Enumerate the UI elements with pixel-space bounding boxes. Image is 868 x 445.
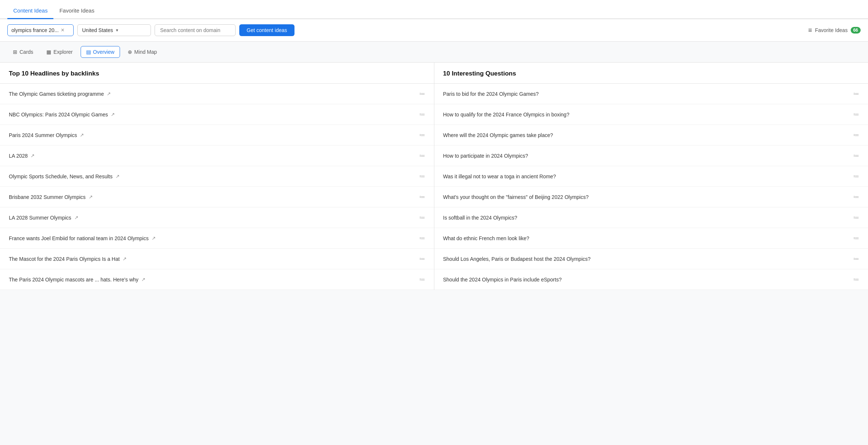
tab-cards[interactable]: ⊞ Cards (7, 46, 39, 58)
add-to-favorites-icon[interactable]: ≔ (419, 90, 425, 97)
add-to-favorites-icon[interactable]: ≔ (853, 90, 859, 97)
headline-text: France wants Joel Embiid for national te… (9, 235, 156, 241)
main-content: Top 10 Headlines by backlinks The Olympi… (0, 63, 868, 290)
add-to-favorites-icon[interactable]: ≔ (419, 152, 425, 159)
list-item[interactable]: LA 2028 ↗ ≔ (0, 146, 434, 166)
external-link-icon: ↗ (107, 91, 111, 97)
list-item[interactable]: Should Los Angeles, Paris or Budapest ho… (434, 249, 868, 269)
list-item[interactable]: Paris 2024 Summer Olympics ↗ ≔ (0, 125, 434, 146)
country-label: United States (82, 27, 113, 33)
question-text: Should Los Angeles, Paris or Budapest ho… (443, 256, 591, 262)
add-to-favorites-icon[interactable]: ≔ (419, 111, 425, 118)
list-item[interactable]: Was it illegal not to wear a toga in anc… (434, 166, 868, 187)
get-ideas-button[interactable]: Get content ideas (239, 24, 294, 36)
question-text: Where will the 2024 Olympic games take p… (443, 132, 553, 138)
add-to-favorites-icon[interactable]: ≔ (853, 193, 859, 200)
list-icon: ≡ (808, 27, 812, 34)
add-to-favorites-icon[interactable]: ≔ (419, 276, 425, 283)
add-to-favorites-icon[interactable]: ≔ (853, 111, 859, 118)
close-keyword-icon[interactable]: × (61, 27, 64, 33)
country-dropdown[interactable]: United States ▾ (77, 24, 151, 36)
external-link-icon: ↗ (89, 194, 93, 200)
list-item[interactable]: What's your thought on the "fairness" of… (434, 187, 868, 207)
tab-favorite-ideas[interactable]: Favorite Ideas (53, 2, 100, 19)
right-panel: 10 Interesting Questions Paris to bid fo… (434, 63, 868, 290)
keyword-text: olympics france 20... (11, 27, 59, 33)
overview-icon: ▤ (86, 49, 91, 55)
add-to-favorites-icon[interactable]: ≔ (853, 276, 859, 283)
tab-explorer[interactable]: ▦ Explorer (41, 46, 78, 58)
add-to-favorites-icon[interactable]: ≔ (419, 255, 425, 262)
list-item[interactable]: Is softball in the 2024 Olympics? ≔ (434, 207, 868, 228)
left-panel-list: The Olympic Games ticketing programme ↗ … (0, 84, 434, 290)
add-to-favorites-icon[interactable]: ≔ (419, 214, 425, 221)
right-panel-title: 10 Interesting Questions (443, 70, 860, 77)
favorite-count-badge: 66 (851, 27, 861, 34)
tab-mindmap[interactable]: ⊕ Mind Map (122, 46, 162, 58)
tab-mindmap-label: Mind Map (134, 49, 157, 55)
add-to-favorites-icon[interactable]: ≔ (419, 235, 425, 242)
headline-text: Paris 2024 Summer Olympics ↗ (9, 132, 84, 138)
list-item[interactable]: How to qualify for the 2024 France Olymp… (434, 104, 868, 125)
list-item[interactable]: What do ethnic French men look like? ≔ (434, 228, 868, 249)
question-text: What do ethnic French men look like? (443, 235, 529, 241)
list-item[interactable]: The Mascot for the 2024 Paris Olympics I… (0, 249, 434, 269)
list-item[interactable]: Olympic Sports Schedule, News, and Resul… (0, 166, 434, 187)
headline-text: LA 2028 ↗ (9, 153, 35, 159)
toolbar: olympics france 20... × United States ▾ … (0, 19, 868, 42)
add-to-favorites-icon[interactable]: ≔ (419, 173, 425, 180)
explorer-icon: ▦ (46, 49, 51, 55)
question-text: How to qualify for the 2024 France Olymp… (443, 112, 569, 118)
top-navigation: Content Ideas Favorite Ideas (0, 0, 868, 19)
add-to-favorites-icon[interactable]: ≔ (853, 132, 859, 139)
tab-overview[interactable]: ▤ Overview (81, 46, 120, 58)
favorite-ideas-link[interactable]: ≡ Favorite Ideas 66 (808, 27, 861, 34)
cards-icon: ⊞ (13, 49, 17, 55)
headline-text: NBC Olympics: Paris 2024 Olympic Games ↗ (9, 112, 115, 118)
question-text: What's your thought on the "fairness" of… (443, 194, 589, 200)
list-item[interactable]: NBC Olympics: Paris 2024 Olympic Games ↗… (0, 104, 434, 125)
list-item[interactable]: Brisbane 2032 Summer Olympics ↗ ≔ (0, 187, 434, 207)
external-link-icon: ↗ (123, 256, 127, 262)
tab-cards-label: Cards (20, 49, 33, 55)
list-item[interactable]: LA 2028 Summer Olympics ↗ ≔ (0, 207, 434, 228)
headline-text: The Paris 2024 Olympic mascots are ... h… (9, 277, 145, 283)
keyword-chip[interactable]: olympics france 20... × (7, 24, 74, 36)
headline-text: LA 2028 Summer Olympics ↗ (9, 215, 78, 221)
add-to-favorites-icon[interactable]: ≔ (853, 255, 859, 262)
tab-overview-label: Overview (93, 49, 114, 55)
favorite-ideas-label: Favorite Ideas (815, 27, 848, 33)
external-link-icon: ↗ (74, 215, 78, 220)
list-item[interactable]: Should the 2024 Olympics in Paris includ… (434, 269, 868, 290)
list-item[interactable]: How to participate in 2024 Olympics? ≔ (434, 146, 868, 166)
question-text: How to participate in 2024 Olympics? (443, 153, 528, 159)
list-item[interactable]: France wants Joel Embiid for national te… (0, 228, 434, 249)
question-text: Was it illegal not to wear a toga in anc… (443, 174, 556, 179)
mindmap-icon: ⊕ (128, 49, 132, 55)
list-item[interactable]: Paris to bid for the 2024 Olympic Games?… (434, 84, 868, 104)
list-item[interactable]: The Paris 2024 Olympic mascots are ... h… (0, 269, 434, 290)
view-tabs-bar: ⊞ Cards ▦ Explorer ▤ Overview ⊕ Mind Map (0, 42, 868, 63)
add-to-favorites-icon[interactable]: ≔ (853, 214, 859, 221)
add-to-favorites-icon[interactable]: ≔ (853, 152, 859, 159)
list-item[interactable]: Where will the 2024 Olympic games take p… (434, 125, 868, 146)
right-panel-header: 10 Interesting Questions (434, 63, 868, 84)
chevron-down-icon: ▾ (116, 28, 118, 33)
add-to-favorites-icon[interactable]: ≔ (853, 173, 859, 180)
tab-explorer-label: Explorer (53, 49, 73, 55)
external-link-icon: ↗ (152, 235, 156, 241)
domain-search-input[interactable] (155, 24, 236, 36)
question-text: Should the 2024 Olympics in Paris includ… (443, 277, 562, 283)
headline-text: The Olympic Games ticketing programme ↗ (9, 91, 111, 97)
left-panel-title: Top 10 Headlines by backlinks (9, 70, 425, 77)
add-to-favorites-icon[interactable]: ≔ (419, 193, 425, 200)
left-panel-header: Top 10 Headlines by backlinks (0, 63, 434, 84)
tab-content-ideas[interactable]: Content Ideas (7, 2, 53, 19)
external-link-icon: ↗ (31, 153, 35, 158)
headline-text: Brisbane 2032 Summer Olympics ↗ (9, 194, 93, 200)
add-to-favorites-icon[interactable]: ≔ (419, 132, 425, 139)
external-link-icon: ↗ (116, 174, 120, 179)
external-link-icon: ↗ (111, 112, 115, 117)
add-to-favorites-icon[interactable]: ≔ (853, 235, 859, 242)
list-item[interactable]: The Olympic Games ticketing programme ↗ … (0, 84, 434, 104)
